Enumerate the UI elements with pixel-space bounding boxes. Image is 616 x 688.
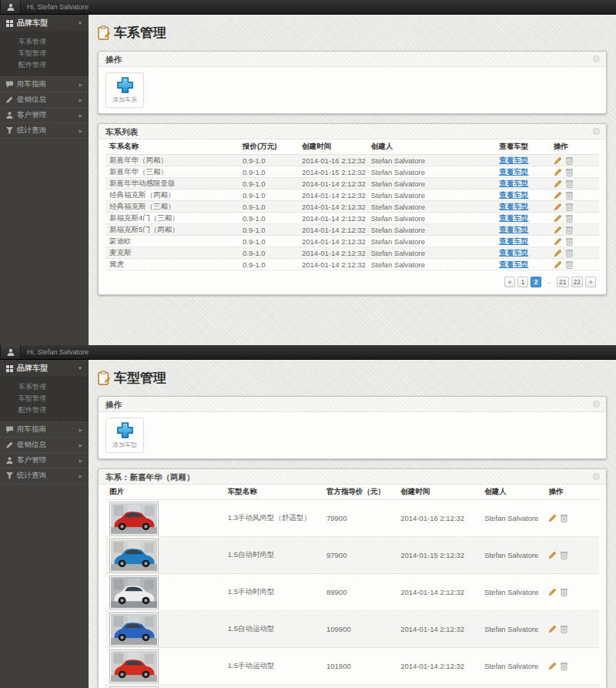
series-created: 2014-01-15 2:12:32: [298, 168, 367, 176]
trash-icon[interactable]: [566, 260, 573, 269]
sidebar-item-parts-management[interactable]: 配件管理: [0, 404, 89, 416]
view-models-link[interactable]: 查看车型: [499, 179, 528, 187]
add-model-button[interactable]: 添加车型: [105, 418, 144, 453]
sidebar-item-usage-guide[interactable]: 用车指南 ▶: [0, 422, 89, 438]
page-button[interactable]: 1: [517, 277, 528, 287]
plus-icon: [116, 421, 134, 439]
edit-pencil-icon[interactable]: [548, 551, 557, 559]
user-menu[interactable]: [0, 0, 21, 14]
trash-icon[interactable]: [566, 214, 573, 223]
edit-pencil-icon[interactable]: [548, 662, 557, 670]
series-created: 2014-01-14 2:12:32: [298, 260, 367, 269]
edit-pencil-icon[interactable]: [554, 249, 562, 257]
trash-icon[interactable]: [561, 662, 567, 670]
edit-pencil-icon[interactable]: [554, 168, 562, 176]
sidebar-item-brand-models[interactable]: 品牌车型 ▼: [0, 360, 89, 378]
edit-pencil-icon[interactable]: [554, 180, 562, 188]
trash-icon[interactable]: [561, 514, 567, 522]
sidebar-item-series-management[interactable]: 车系管理: [0, 36, 89, 48]
brand-submenu: 车系管理 车型管理 配件管理: [0, 378, 89, 422]
sidebar-item-parts-management[interactable]: 配件管理: [0, 59, 89, 71]
trash-icon[interactable]: [566, 180, 573, 188]
add-series-button[interactable]: 添加车系: [105, 72, 144, 108]
person-icon: [6, 457, 13, 464]
series-creator: Stefan Salvatore: [367, 226, 496, 234]
view-models-link[interactable]: 查看车型: [499, 237, 528, 245]
collapse-panel-icon[interactable]: [593, 128, 600, 135]
sidebar-item-series-management[interactable]: 车系管理: [0, 381, 89, 393]
caret-right-icon: ▶: [79, 442, 82, 448]
series-creator: Stefan Salvatore: [367, 237, 496, 246]
edit-pencil-icon[interactable]: [548, 514, 557, 522]
page-next-button[interactable]: »: [585, 277, 596, 287]
trash-icon[interactable]: [566, 226, 573, 234]
collapse-panel-icon[interactable]: [593, 473, 600, 480]
page-prev-button[interactable]: «: [504, 277, 515, 287]
trash-icon[interactable]: [566, 191, 573, 200]
trash-icon[interactable]: [566, 249, 573, 257]
caret-right-icon: ▶: [79, 427, 82, 432]
pagination: « 1 2 .. 21 22 »: [105, 270, 599, 294]
sidebar-item-brand-models[interactable]: 品牌车型 ▼: [0, 15, 89, 32]
sidebar-item-customer-management[interactable]: 客户管理 ▶: [0, 108, 89, 123]
trash-icon[interactable]: [561, 588, 567, 596]
caret-right-icon: ▶: [79, 473, 82, 478]
view-models-link[interactable]: 查看车型: [499, 202, 528, 210]
trash-icon[interactable]: [566, 168, 573, 176]
sidebar-item-promotions[interactable]: 促销信息 ▶: [0, 92, 89, 108]
caret-down-icon: ▼: [78, 366, 82, 371]
series-name: 新福克斯5门（两厢）: [105, 225, 239, 235]
table-header: 图片 车型名称 官方指导价（元） 创建时间 创建人 操作: [105, 485, 599, 500]
model-price: 97900: [323, 551, 397, 559]
pencil-icon: [6, 441, 13, 448]
edit-pencil-icon[interactable]: [548, 588, 557, 596]
edit-pencil-icon[interactable]: [554, 214, 562, 223]
funnel-icon: [6, 127, 13, 134]
edit-pencil-icon[interactable]: [554, 237, 562, 246]
sidebar-item-usage-guide[interactable]: 用车指南 ▶: [0, 77, 89, 92]
series-created: 2014-01-14 2:12:32: [298, 180, 367, 188]
edit-pencil-icon[interactable]: [548, 625, 557, 633]
series-creator: Stefan Salvatore: [367, 203, 496, 211]
sidebar-item-model-management[interactable]: 车型管理: [0, 48, 89, 59]
sidebar-item-statistics[interactable]: 统计查询 ▶: [0, 468, 89, 484]
series-name: 新嘉年华动感限量版: [105, 179, 239, 189]
trash-icon[interactable]: [566, 156, 573, 165]
collapse-panel-icon[interactable]: [593, 401, 600, 408]
view-models-link[interactable]: 查看车型: [499, 225, 528, 233]
funnel-icon: [6, 472, 13, 479]
sidebar-item-customer-management[interactable]: 客户管理 ▶: [0, 453, 89, 468]
car-photo: [109, 649, 159, 683]
view-models-link[interactable]: 查看车型: [499, 156, 528, 164]
page-button[interactable]: 22: [571, 277, 583, 287]
model-created: 2014-01-14 2:12:32: [397, 662, 480, 670]
trash-icon[interactable]: [566, 237, 573, 246]
topbar: Hi, Stefan Salvatore: [0, 345, 616, 360]
sidebar-item-statistics[interactable]: 统计查询 ▶: [0, 123, 89, 139]
model-name: 1.3手动风尚型（舒适型）: [224, 513, 323, 523]
view-models-link[interactable]: 查看车型: [499, 213, 528, 222]
edit-pencil-icon[interactable]: [554, 260, 562, 269]
page-title: 车系管理: [98, 24, 607, 42]
edit-pencil-icon[interactable]: [554, 203, 562, 211]
page-button-active[interactable]: 2: [531, 277, 541, 287]
user-menu[interactable]: [0, 345, 21, 359]
page-button[interactable]: 21: [557, 277, 568, 287]
edit-pencil-icon[interactable]: [554, 191, 562, 200]
collapse-panel-icon[interactable]: [593, 55, 600, 62]
view-models-link[interactable]: 查看车型: [499, 260, 528, 268]
edit-pencil-icon[interactable]: [554, 226, 562, 234]
view-models-link[interactable]: 查看车型: [499, 248, 528, 257]
series-creator: Stefan Salvatore: [367, 214, 496, 223]
sidebar-item-model-management[interactable]: 车型管理: [0, 393, 89, 404]
sidebar-item-promotions[interactable]: 促销信息 ▶: [0, 438, 89, 453]
view-models-link[interactable]: 查看车型: [499, 190, 528, 199]
edit-pencil-icon[interactable]: [554, 156, 562, 165]
view-models-link[interactable]: 查看车型: [499, 167, 528, 176]
panel-title: 车系：新嘉年华（两厢）: [105, 472, 195, 482]
trash-icon[interactable]: [561, 625, 567, 633]
model-table-row: 1.5自动运动型 109900 2014-01-14 2:12:32 Stefa…: [105, 611, 599, 648]
user-greeting: Hi, Stefan Salvatore: [27, 3, 89, 11]
trash-icon[interactable]: [566, 203, 573, 211]
trash-icon[interactable]: [561, 551, 567, 559]
